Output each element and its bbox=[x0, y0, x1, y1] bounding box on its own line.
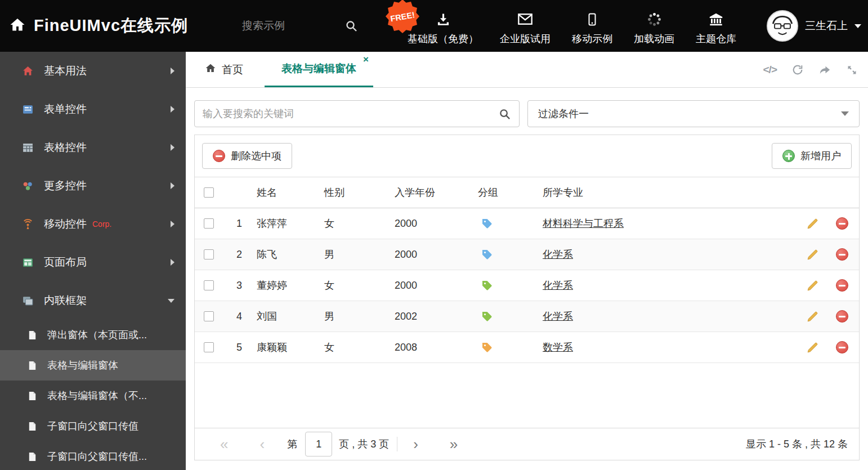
major-link[interactable]: 化学系 bbox=[543, 311, 573, 322]
last-page-button[interactable]: » bbox=[450, 437, 458, 451]
row-checkbox[interactable] bbox=[204, 342, 214, 352]
chevron-down-icon bbox=[168, 299, 175, 303]
row-checkbox[interactable] bbox=[204, 218, 214, 229]
sidebar-item-label: 移动控件 Corp. bbox=[44, 217, 160, 231]
download-icon bbox=[436, 11, 451, 28]
prev-page-button[interactable]: ‹ bbox=[259, 437, 265, 451]
cell-name: 康颖颖 bbox=[257, 341, 324, 354]
table-row: 1 张萍萍 女 2000 材料科学与工程系 bbox=[195, 208, 859, 239]
source-code-icon[interactable]: </> bbox=[763, 64, 777, 76]
share-icon[interactable] bbox=[818, 64, 831, 77]
table-empty-space bbox=[195, 363, 859, 428]
username: 三生石上 bbox=[805, 19, 848, 33]
home-icon bbox=[9, 16, 26, 35]
major-link[interactable]: 数学系 bbox=[543, 342, 573, 353]
edit-button[interactable] bbox=[799, 218, 825, 230]
major-link[interactable]: 材料科学与工程系 bbox=[543, 218, 624, 229]
column-header-gender: 性别 bbox=[324, 186, 395, 199]
row-index: 1 bbox=[223, 218, 257, 230]
sidebar-subitem-child-to-parent[interactable]: 子窗口向父窗口传值 bbox=[0, 411, 186, 441]
delete-row-button[interactable] bbox=[825, 279, 859, 292]
page-number-input[interactable] bbox=[305, 432, 332, 456]
sidebar-item-grid-controls[interactable]: 表格控件 bbox=[0, 128, 186, 167]
nav-item-label: 企业版试用 bbox=[500, 32, 551, 46]
column-header-name: 姓名 bbox=[257, 186, 324, 199]
sidebar-subitem-label: 弹出窗体（本页面或... bbox=[47, 328, 147, 342]
next-page-button[interactable]: › bbox=[413, 437, 418, 451]
row-checkbox[interactable] bbox=[204, 280, 214, 290]
form-icon bbox=[21, 103, 34, 115]
sidebar-item-basic-usage[interactable]: 基本用法 bbox=[0, 52, 186, 90]
sidebar: 基本用法 表单控件 表格控件 更多控件 bbox=[0, 52, 186, 470]
table-row: 3 董婷婷 女 2000 化学系 bbox=[195, 270, 859, 301]
file-icon bbox=[26, 390, 38, 402]
sidebar-subitem-child-to-parent-alt[interactable]: 子窗口向父窗口传值... bbox=[0, 441, 186, 470]
home-icon bbox=[205, 62, 216, 77]
nav-item-enterprise-trial[interactable]: 企业版试用 bbox=[500, 11, 551, 46]
tab-home-label: 首页 bbox=[222, 62, 243, 77]
minus-circle-icon bbox=[836, 217, 848, 230]
major-link[interactable]: 化学系 bbox=[543, 280, 573, 291]
cell-year: 2000 bbox=[395, 249, 478, 261]
caret-down-icon bbox=[854, 24, 861, 28]
edit-button[interactable] bbox=[799, 311, 825, 323]
first-page-button[interactable]: « bbox=[220, 437, 228, 451]
sidebar-item-form-controls[interactable]: 表单控件 bbox=[0, 90, 186, 128]
delete-row-button[interactable] bbox=[825, 248, 859, 261]
layout-icon bbox=[21, 256, 34, 268]
sidebar-subitem-popup-window[interactable]: 弹出窗体（本页面或... bbox=[0, 320, 186, 350]
tab-active-label: 表格与编辑窗体 bbox=[281, 61, 356, 76]
home-icon bbox=[21, 65, 34, 77]
filter-dropdown[interactable]: 过滤条件一 bbox=[527, 100, 860, 127]
major-link[interactable]: 化学系 bbox=[543, 249, 573, 260]
nav-item-label: 基础版（免费） bbox=[408, 32, 478, 46]
tab-home[interactable]: 首页 bbox=[203, 52, 245, 87]
chevron-right-icon bbox=[171, 106, 175, 113]
delete-row-button[interactable] bbox=[825, 341, 859, 353]
add-user-button[interactable]: 新增用户 bbox=[772, 143, 852, 169]
fullscreen-icon[interactable] bbox=[846, 64, 858, 76]
nav-item-label: 移动示例 bbox=[572, 32, 612, 46]
select-all-checkbox[interactable] bbox=[204, 187, 214, 198]
edit-button[interactable] bbox=[799, 249, 825, 261]
sidebar-subitem-grid-edit-window[interactable]: 表格与编辑窗体 bbox=[0, 350, 186, 381]
widgets-icon bbox=[21, 180, 34, 192]
sidebar-item-iframe[interactable]: 内联框架 bbox=[0, 281, 186, 320]
tag-icon bbox=[478, 311, 543, 322]
table-row: 4 刘国 男 2002 化学系 bbox=[195, 301, 859, 332]
sidebar-item-mobile-controls[interactable]: 移动控件 Corp. bbox=[0, 205, 186, 243]
delete-row-button[interactable] bbox=[825, 310, 859, 323]
keyword-search-input[interactable] bbox=[203, 108, 498, 120]
user-menu[interactable]: 三生石上 bbox=[767, 0, 861, 52]
file-icon bbox=[26, 329, 38, 341]
row-checkbox[interactable] bbox=[204, 311, 214, 321]
refresh-icon[interactable] bbox=[791, 64, 804, 76]
row-checkbox[interactable] bbox=[204, 249, 214, 259]
sidebar-item-more-controls[interactable]: 更多控件 bbox=[0, 167, 186, 205]
tab-grid-edit-window[interactable]: 表格与编辑窗体 × bbox=[265, 52, 373, 87]
edit-button[interactable] bbox=[799, 280, 825, 292]
tag-icon bbox=[478, 249, 543, 260]
grid-toolbar: 删除选中项 新增用户 bbox=[195, 135, 859, 177]
nav-item-theme-repo[interactable]: 主题仓库 bbox=[696, 11, 736, 46]
header-search-input[interactable] bbox=[242, 20, 332, 32]
header-nav: 基础版（免费） 企业版试用 移动示例 加载动画 bbox=[408, 0, 736, 52]
search-icon[interactable] bbox=[344, 19, 358, 33]
search-icon[interactable] bbox=[498, 108, 511, 120]
minus-circle-icon bbox=[836, 341, 848, 353]
sidebar-item-page-layout[interactable]: 页面布局 bbox=[0, 243, 186, 281]
delete-selected-button[interactable]: 删除选中项 bbox=[202, 143, 292, 169]
cell-year: 2002 bbox=[395, 311, 478, 323]
cell-name: 张萍萍 bbox=[257, 217, 324, 230]
edit-button[interactable] bbox=[799, 342, 825, 353]
minus-circle-icon bbox=[836, 310, 848, 323]
brand[interactable]: FineUIMvc在线示例 bbox=[0, 15, 188, 37]
tab-bar: 首页 表格与编辑窗体 × </> bbox=[186, 52, 868, 88]
row-index: 5 bbox=[223, 342, 257, 353]
delete-row-button[interactable] bbox=[825, 217, 859, 230]
tag-icon bbox=[478, 342, 543, 353]
close-icon[interactable]: × bbox=[363, 55, 369, 64]
sidebar-subitem-grid-edit-window-alt[interactable]: 表格与编辑窗体（不... bbox=[0, 381, 186, 411]
nav-item-mobile-demo[interactable]: 移动示例 bbox=[572, 11, 612, 46]
nav-item-loading-animation[interactable]: 加载动画 bbox=[634, 11, 674, 46]
